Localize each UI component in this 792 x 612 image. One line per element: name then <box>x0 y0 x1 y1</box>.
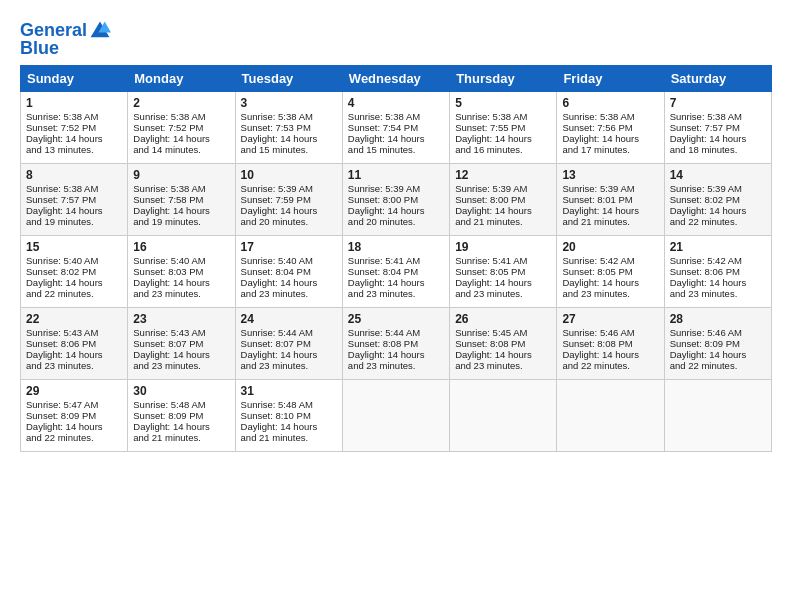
calendar-cell: 3Sunrise: 5:38 AMSunset: 7:53 PMDaylight… <box>235 92 342 164</box>
calendar-cell <box>664 380 771 452</box>
day-info-line: Daylight: 14 hours <box>241 421 337 432</box>
calendar-cell: 16Sunrise: 5:40 AMSunset: 8:03 PMDayligh… <box>128 236 235 308</box>
calendar-cell: 24Sunrise: 5:44 AMSunset: 8:07 PMDayligh… <box>235 308 342 380</box>
day-info-line: and 23 minutes. <box>241 360 337 371</box>
day-info-line: Sunset: 8:02 PM <box>670 194 766 205</box>
day-info-line: Daylight: 14 hours <box>26 133 122 144</box>
day-info-line: and 17 minutes. <box>562 144 658 155</box>
day-info-line: Sunrise: 5:39 AM <box>455 183 551 194</box>
day-info-line: Sunrise: 5:38 AM <box>455 111 551 122</box>
day-info-line: Daylight: 14 hours <box>670 277 766 288</box>
logo: General Blue <box>20 20 111 59</box>
day-info-line: and 23 minutes. <box>562 288 658 299</box>
calendar-cell: 2Sunrise: 5:38 AMSunset: 7:52 PMDaylight… <box>128 92 235 164</box>
day-info-line: and 22 minutes. <box>26 288 122 299</box>
day-number: 1 <box>26 96 122 110</box>
day-number: 31 <box>241 384 337 398</box>
day-number: 16 <box>133 240 229 254</box>
day-info-line: and 22 minutes. <box>26 432 122 443</box>
day-number: 14 <box>670 168 766 182</box>
day-info-line: Daylight: 14 hours <box>133 421 229 432</box>
calendar-cell: 31Sunrise: 5:48 AMSunset: 8:10 PMDayligh… <box>235 380 342 452</box>
day-info-line: Sunset: 7:57 PM <box>26 194 122 205</box>
day-info-line: Sunrise: 5:43 AM <box>26 327 122 338</box>
day-info-line: Sunset: 8:09 PM <box>670 338 766 349</box>
day-info-line: Sunset: 7:59 PM <box>241 194 337 205</box>
day-info-line: Sunrise: 5:38 AM <box>670 111 766 122</box>
day-number: 2 <box>133 96 229 110</box>
calendar-cell: 18Sunrise: 5:41 AMSunset: 8:04 PMDayligh… <box>342 236 449 308</box>
day-info-line: and 23 minutes. <box>348 360 444 371</box>
day-info-line: and 21 minutes. <box>133 432 229 443</box>
calendar-cell: 27Sunrise: 5:46 AMSunset: 8:08 PMDayligh… <box>557 308 664 380</box>
day-info-line: and 23 minutes. <box>348 288 444 299</box>
day-info-line: Sunrise: 5:48 AM <box>241 399 337 410</box>
calendar-cell: 13Sunrise: 5:39 AMSunset: 8:01 PMDayligh… <box>557 164 664 236</box>
day-info-line: Daylight: 14 hours <box>26 349 122 360</box>
day-info-line: Sunset: 7:55 PM <box>455 122 551 133</box>
day-number: 19 <box>455 240 551 254</box>
day-number: 3 <box>241 96 337 110</box>
calendar-cell: 30Sunrise: 5:48 AMSunset: 8:09 PMDayligh… <box>128 380 235 452</box>
day-info-line: and 20 minutes. <box>348 216 444 227</box>
day-info-line: and 15 minutes. <box>348 144 444 155</box>
day-number: 21 <box>670 240 766 254</box>
calendar-cell: 11Sunrise: 5:39 AMSunset: 8:00 PMDayligh… <box>342 164 449 236</box>
day-number: 22 <box>26 312 122 326</box>
day-number: 27 <box>562 312 658 326</box>
day-info-line: Sunset: 7:54 PM <box>348 122 444 133</box>
day-info-line: Sunset: 8:10 PM <box>241 410 337 421</box>
day-info-line: Sunset: 8:08 PM <box>562 338 658 349</box>
day-info-line: and 23 minutes. <box>455 360 551 371</box>
calendar-cell: 12Sunrise: 5:39 AMSunset: 8:00 PMDayligh… <box>450 164 557 236</box>
day-info-line: Sunrise: 5:46 AM <box>670 327 766 338</box>
day-info-line: Daylight: 14 hours <box>670 133 766 144</box>
day-info-line: Sunset: 8:09 PM <box>133 410 229 421</box>
day-number: 26 <box>455 312 551 326</box>
calendar-cell: 14Sunrise: 5:39 AMSunset: 8:02 PMDayligh… <box>664 164 771 236</box>
day-info-line: Sunrise: 5:39 AM <box>241 183 337 194</box>
day-number: 10 <box>241 168 337 182</box>
day-info-line: and 14 minutes. <box>133 144 229 155</box>
day-info-line: Daylight: 14 hours <box>133 349 229 360</box>
calendar-cell: 23Sunrise: 5:43 AMSunset: 8:07 PMDayligh… <box>128 308 235 380</box>
day-info-line: Daylight: 14 hours <box>670 205 766 216</box>
calendar-cell: 10Sunrise: 5:39 AMSunset: 7:59 PMDayligh… <box>235 164 342 236</box>
day-number: 8 <box>26 168 122 182</box>
day-info-line: Sunrise: 5:39 AM <box>670 183 766 194</box>
day-info-line: Daylight: 14 hours <box>241 133 337 144</box>
day-info-line: and 19 minutes. <box>133 216 229 227</box>
calendar-cell: 25Sunrise: 5:44 AMSunset: 8:08 PMDayligh… <box>342 308 449 380</box>
day-info-line: Sunset: 8:05 PM <box>562 266 658 277</box>
day-number: 13 <box>562 168 658 182</box>
day-info-line: Daylight: 14 hours <box>348 205 444 216</box>
day-info-line: and 16 minutes. <box>455 144 551 155</box>
col-header-monday: Monday <box>128 66 235 92</box>
col-header-friday: Friday <box>557 66 664 92</box>
day-info-line: Sunrise: 5:41 AM <box>348 255 444 266</box>
col-header-tuesday: Tuesday <box>235 66 342 92</box>
day-info-line: Sunset: 8:07 PM <box>133 338 229 349</box>
calendar-cell: 6Sunrise: 5:38 AMSunset: 7:56 PMDaylight… <box>557 92 664 164</box>
day-info-line: Sunrise: 5:38 AM <box>133 183 229 194</box>
calendar-cell: 17Sunrise: 5:40 AMSunset: 8:04 PMDayligh… <box>235 236 342 308</box>
day-info-line: Sunset: 8:03 PM <box>133 266 229 277</box>
day-info-line: Daylight: 14 hours <box>348 349 444 360</box>
day-info-line: and 23 minutes. <box>455 288 551 299</box>
day-info-line: Sunset: 8:09 PM <box>26 410 122 421</box>
day-info-line: Sunrise: 5:48 AM <box>133 399 229 410</box>
day-info-line: Sunset: 7:57 PM <box>670 122 766 133</box>
day-info-line: Daylight: 14 hours <box>241 349 337 360</box>
day-info-line: Daylight: 14 hours <box>670 349 766 360</box>
day-info-line: Sunrise: 5:38 AM <box>241 111 337 122</box>
day-number: 25 <box>348 312 444 326</box>
calendar-cell: 8Sunrise: 5:38 AMSunset: 7:57 PMDaylight… <box>21 164 128 236</box>
day-info-line: and 21 minutes. <box>562 216 658 227</box>
day-info-line: Sunrise: 5:38 AM <box>348 111 444 122</box>
day-info-line: Sunrise: 5:47 AM <box>26 399 122 410</box>
calendar-cell: 1Sunrise: 5:38 AMSunset: 7:52 PMDaylight… <box>21 92 128 164</box>
calendar-cell: 7Sunrise: 5:38 AMSunset: 7:57 PMDaylight… <box>664 92 771 164</box>
calendar-cell: 22Sunrise: 5:43 AMSunset: 8:06 PMDayligh… <box>21 308 128 380</box>
col-header-saturday: Saturday <box>664 66 771 92</box>
week-row-1: 1Sunrise: 5:38 AMSunset: 7:52 PMDaylight… <box>21 92 772 164</box>
